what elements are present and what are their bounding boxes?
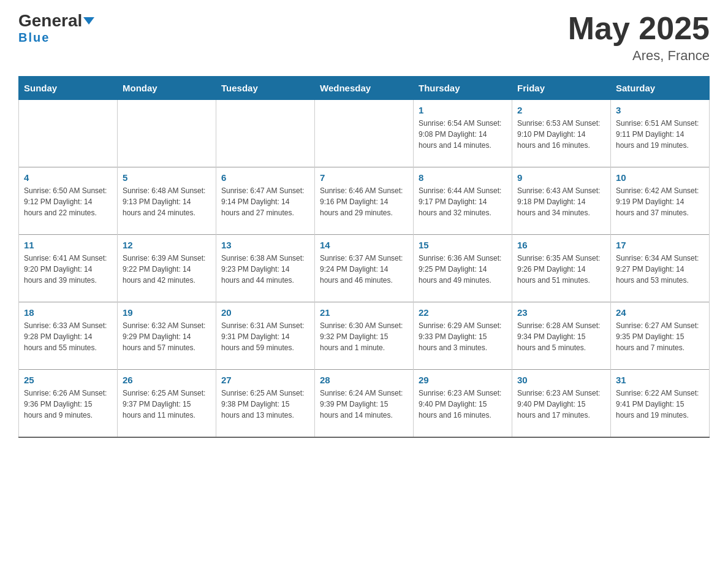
- col-saturday: Saturday: [611, 77, 710, 100]
- calendar-week-row: 4Sunrise: 6:50 AM Sunset: 9:12 PM Daylig…: [19, 167, 710, 235]
- day-number: 8: [419, 172, 507, 183]
- day-number: 2: [517, 105, 605, 115]
- day-info: Sunrise: 6:47 AM Sunset: 9:14 PM Dayligh…: [221, 185, 309, 218]
- day-number: 10: [616, 172, 704, 183]
- day-info: Sunrise: 6:44 AM Sunset: 9:17 PM Dayligh…: [419, 185, 507, 218]
- title-area: May 2025 Ares, France: [568, 12, 710, 64]
- calendar-cell: 8Sunrise: 6:44 AM Sunset: 9:17 PM Daylig…: [414, 167, 512, 235]
- day-info: Sunrise: 6:30 AM Sunset: 9:32 PM Dayligh…: [320, 320, 408, 353]
- day-number: 12: [123, 240, 211, 250]
- col-thursday: Thursday: [414, 77, 512, 100]
- calendar-cell: 17Sunrise: 6:34 AM Sunset: 9:27 PM Dayli…: [611, 235, 710, 302]
- calendar-cell: 29Sunrise: 6:23 AM Sunset: 9:40 PM Dayli…: [414, 370, 512, 437]
- calendar-table: Sunday Monday Tuesday Wednesday Thursday…: [18, 76, 710, 438]
- day-number: 16: [517, 240, 605, 250]
- calendar-cell: 1Sunrise: 6:54 AM Sunset: 9:08 PM Daylig…: [414, 100, 512, 167]
- day-info: Sunrise: 6:36 AM Sunset: 9:25 PM Dayligh…: [419, 253, 507, 286]
- day-info: Sunrise: 6:42 AM Sunset: 9:19 PM Dayligh…: [616, 185, 704, 218]
- day-number: 20: [221, 307, 309, 318]
- day-info: Sunrise: 6:48 AM Sunset: 9:13 PM Dayligh…: [123, 185, 211, 218]
- day-info: Sunrise: 6:54 AM Sunset: 9:08 PM Dayligh…: [419, 118, 507, 151]
- day-number: 26: [123, 375, 211, 385]
- calendar-cell: 22Sunrise: 6:29 AM Sunset: 9:33 PM Dayli…: [414, 302, 512, 370]
- calendar-week-row: 18Sunrise: 6:33 AM Sunset: 9:28 PM Dayli…: [19, 302, 710, 370]
- col-monday: Monday: [118, 77, 216, 100]
- calendar-cell: 10Sunrise: 6:42 AM Sunset: 9:19 PM Dayli…: [611, 167, 710, 235]
- day-info: Sunrise: 6:43 AM Sunset: 9:18 PM Dayligh…: [517, 185, 605, 218]
- day-number: 27: [221, 375, 309, 385]
- day-number: 11: [24, 240, 112, 250]
- calendar-cell: 27Sunrise: 6:25 AM Sunset: 9:38 PM Dayli…: [216, 370, 315, 437]
- day-info: Sunrise: 6:51 AM Sunset: 9:11 PM Dayligh…: [616, 118, 704, 151]
- calendar-cell: 24Sunrise: 6:27 AM Sunset: 9:35 PM Dayli…: [611, 302, 710, 370]
- day-number: 1: [419, 105, 507, 115]
- location: Ares, France: [568, 48, 710, 64]
- day-info: Sunrise: 6:35 AM Sunset: 9:26 PM Dayligh…: [517, 253, 605, 286]
- day-number: 21: [320, 307, 408, 318]
- calendar-cell: 4Sunrise: 6:50 AM Sunset: 9:12 PM Daylig…: [19, 167, 118, 235]
- day-number: 15: [419, 240, 507, 250]
- calendar-cell: 21Sunrise: 6:30 AM Sunset: 9:32 PM Dayli…: [315, 302, 414, 370]
- day-number: 24: [616, 307, 704, 318]
- day-number: 5: [123, 172, 211, 183]
- col-sunday: Sunday: [19, 77, 118, 100]
- calendar-header-row: Sunday Monday Tuesday Wednesday Thursday…: [19, 77, 710, 100]
- calendar-cell: 23Sunrise: 6:28 AM Sunset: 9:34 PM Dayli…: [512, 302, 611, 370]
- day-info: Sunrise: 6:50 AM Sunset: 9:12 PM Dayligh…: [24, 185, 112, 218]
- calendar-cell: 5Sunrise: 6:48 AM Sunset: 9:13 PM Daylig…: [118, 167, 216, 235]
- day-number: 6: [221, 172, 309, 183]
- day-info: Sunrise: 6:28 AM Sunset: 9:34 PM Dayligh…: [517, 320, 605, 353]
- calendar-cell: 11Sunrise: 6:41 AM Sunset: 9:20 PM Dayli…: [19, 235, 118, 302]
- day-number: 30: [517, 375, 605, 385]
- logo-general-text: General: [18, 12, 94, 29]
- day-number: 7: [320, 172, 408, 183]
- day-info: Sunrise: 6:32 AM Sunset: 9:29 PM Dayligh…: [123, 320, 211, 353]
- day-number: 9: [517, 172, 605, 183]
- day-info: Sunrise: 6:23 AM Sunset: 9:40 PM Dayligh…: [419, 388, 507, 421]
- logo-blue-text: Blue: [18, 31, 50, 45]
- calendar-cell: 28Sunrise: 6:24 AM Sunset: 9:39 PM Dayli…: [315, 370, 414, 437]
- calendar-week-row: 25Sunrise: 6:26 AM Sunset: 9:36 PM Dayli…: [19, 370, 710, 437]
- day-number: 14: [320, 240, 408, 250]
- day-info: Sunrise: 6:25 AM Sunset: 9:37 PM Dayligh…: [123, 388, 211, 421]
- month-title: May 2025: [568, 12, 710, 44]
- calendar-cell: [216, 100, 315, 167]
- day-number: 4: [24, 172, 112, 183]
- day-number: 19: [123, 307, 211, 318]
- day-info: Sunrise: 6:26 AM Sunset: 9:36 PM Dayligh…: [24, 388, 112, 421]
- calendar-cell: 30Sunrise: 6:23 AM Sunset: 9:40 PM Dayli…: [512, 370, 611, 437]
- calendar-cell: 26Sunrise: 6:25 AM Sunset: 9:37 PM Dayli…: [118, 370, 216, 437]
- day-number: 3: [616, 105, 704, 115]
- calendar-cell: [315, 100, 414, 167]
- calendar-cell: 13Sunrise: 6:38 AM Sunset: 9:23 PM Dayli…: [216, 235, 315, 302]
- day-info: Sunrise: 6:22 AM Sunset: 9:41 PM Dayligh…: [616, 388, 704, 421]
- day-number: 22: [419, 307, 507, 318]
- calendar-cell: 15Sunrise: 6:36 AM Sunset: 9:25 PM Dayli…: [414, 235, 512, 302]
- day-info: Sunrise: 6:33 AM Sunset: 9:28 PM Dayligh…: [24, 320, 112, 353]
- day-info: Sunrise: 6:31 AM Sunset: 9:31 PM Dayligh…: [221, 320, 309, 353]
- day-number: 29: [419, 375, 507, 385]
- calendar-cell: 7Sunrise: 6:46 AM Sunset: 9:16 PM Daylig…: [315, 167, 414, 235]
- day-info: Sunrise: 6:27 AM Sunset: 9:35 PM Dayligh…: [616, 320, 704, 353]
- calendar-cell: 25Sunrise: 6:26 AM Sunset: 9:36 PM Dayli…: [19, 370, 118, 437]
- day-info: Sunrise: 6:23 AM Sunset: 9:40 PM Dayligh…: [517, 388, 605, 421]
- day-number: 25: [24, 375, 112, 385]
- day-info: Sunrise: 6:25 AM Sunset: 9:38 PM Dayligh…: [221, 388, 309, 421]
- calendar-cell: [19, 100, 118, 167]
- day-info: Sunrise: 6:34 AM Sunset: 9:27 PM Dayligh…: [616, 253, 704, 286]
- day-info: Sunrise: 6:53 AM Sunset: 9:10 PM Dayligh…: [517, 118, 605, 151]
- calendar-cell: 14Sunrise: 6:37 AM Sunset: 9:24 PM Dayli…: [315, 235, 414, 302]
- calendar-cell: 20Sunrise: 6:31 AM Sunset: 9:31 PM Dayli…: [216, 302, 315, 370]
- col-friday: Friday: [512, 77, 611, 100]
- day-info: Sunrise: 6:29 AM Sunset: 9:33 PM Dayligh…: [419, 320, 507, 353]
- calendar-cell: 2Sunrise: 6:53 AM Sunset: 9:10 PM Daylig…: [512, 100, 611, 167]
- logo: General Blue: [18, 12, 94, 45]
- calendar-cell: 3Sunrise: 6:51 AM Sunset: 9:11 PM Daylig…: [611, 100, 710, 167]
- day-info: Sunrise: 6:41 AM Sunset: 9:20 PM Dayligh…: [24, 253, 112, 286]
- calendar-cell: 12Sunrise: 6:39 AM Sunset: 9:22 PM Dayli…: [118, 235, 216, 302]
- calendar-cell: 31Sunrise: 6:22 AM Sunset: 9:41 PM Dayli…: [611, 370, 710, 437]
- day-number: 18: [24, 307, 112, 318]
- col-wednesday: Wednesday: [315, 77, 414, 100]
- calendar-cell: 6Sunrise: 6:47 AM Sunset: 9:14 PM Daylig…: [216, 167, 315, 235]
- day-info: Sunrise: 6:37 AM Sunset: 9:24 PM Dayligh…: [320, 253, 408, 286]
